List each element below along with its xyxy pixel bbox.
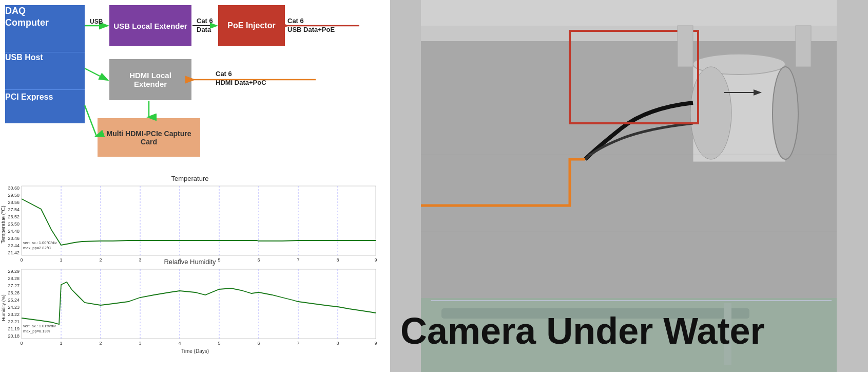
svg-text:26.52: 26.52 [8,214,20,219]
poe-injector-block: PoE Injector [218,5,285,46]
svg-rect-25 [22,186,376,255]
svg-text:0: 0 [20,341,23,346]
svg-rect-96 [796,26,811,67]
svg-rect-82 [837,0,868,372]
charts-area: Temperature 30.60 29.58 28.56 27.54 26.5… [0,175,390,372]
svg-point-90 [690,67,731,159]
svg-text:24.23: 24.23 [8,305,20,310]
svg-text:20.18: 20.18 [8,333,20,339]
svg-text:Cat 6: Cat 6 [216,70,232,78]
svg-point-89 [773,67,798,159]
svg-text:25.24: 25.24 [8,297,20,303]
svg-text:USB: USB [90,18,103,25]
capture-card-label: Multi HDMI-PCIe Capture Card [100,129,198,146]
svg-text:Cat 6: Cat 6 [287,17,304,25]
svg-text:HDMI Data+PoC: HDMI Data+PoC [216,79,266,86]
temp-chart-title: Temperature [0,175,380,182]
svg-text:6: 6 [257,341,260,346]
daq-computer-label: DAQ Computer [5,5,49,29]
svg-text:21.42: 21.42 [8,250,20,255]
svg-rect-85 [421,26,837,41]
hdmi-local-extender-label: HDMI Local Extender [112,71,189,88]
svg-text:2: 2 [99,341,102,346]
svg-text:21.19: 21.19 [8,326,20,331]
temp-chart-svg: 30.60 29.58 28.56 27.54 26.52 25.50 24.4… [0,183,380,263]
svg-text:9: 9 [374,341,377,346]
pci-express-label: PCI Express [5,92,53,102]
svg-text:Time (Days): Time (Days) [181,348,209,354]
svg-text:vert. ax.: 1.00°C/div: vert. ax.: 1.00°C/div [23,240,57,245]
svg-text:26.26: 26.26 [8,290,20,295]
svg-text:27.54: 27.54 [8,207,20,212]
svg-text:24.48: 24.48 [8,229,20,234]
svg-text:Data: Data [197,26,211,33]
svg-text:7: 7 [297,341,299,346]
humidity-chart-title: Relative Humidity [0,258,380,266]
svg-text:22.21: 22.21 [8,319,20,324]
svg-text:25.50: 25.50 [8,221,20,227]
svg-text:29.58: 29.58 [8,193,20,198]
capture-card-block: Multi HDMI-PCIe Capture Card [98,118,200,157]
svg-rect-80 [390,0,868,26]
svg-text:28.56: 28.56 [8,200,20,205]
humidity-chart-svg: 29.29 28.28 27.27 26.26 25.24 24.23 23.2… [0,267,380,359]
usb-host-label: USB Host [5,52,43,63]
svg-text:max_pp=2.82°C: max_pp=2.82°C [23,246,51,250]
photo-panel: Camera Under Water [390,0,868,372]
svg-text:USB Data+PoE: USB Data+PoE [287,26,335,33]
svg-line-3 [85,105,97,136]
usb-local-extender-block: USB Local Extender [109,5,191,46]
svg-text:30.60: 30.60 [8,185,20,191]
svg-line-2 [85,68,107,80]
svg-text:vert. ax.: 1.01%/div: vert. ax.: 1.01%/div [23,324,56,328]
svg-text:23.22: 23.22 [8,312,20,317]
svg-text:8: 8 [336,341,339,346]
svg-text:Humidity (%): Humidity (%) [1,294,6,321]
svg-text:Cat 6: Cat 6 [197,17,213,25]
svg-text:3: 3 [139,341,141,346]
temperature-chart: Temperature 30.60 29.58 28.56 27.54 26.5… [0,175,380,263]
hdmi-local-extender-block: HDMI Local Extender [109,59,191,100]
left-panel: DAQ Computer USB Host PCI Express USB Lo… [0,0,390,372]
svg-rect-95 [678,26,693,67]
svg-text:23.46: 23.46 [8,236,20,241]
humidity-chart: Relative Humidity 29.29 28.28 27.27 26.2… [0,258,380,359]
camera-under-water-label: Camera Under Water [400,311,765,351]
camera-under-water-text: Camera Under Water [400,310,765,351]
svg-text:29.29: 29.29 [8,269,20,274]
svg-text:27.27: 27.27 [8,283,20,288]
svg-text:5: 5 [218,341,220,346]
svg-text:1: 1 [60,341,62,346]
svg-text:22.44: 22.44 [8,243,20,248]
usb-local-extender-label: USB Local Extender [113,22,187,30]
svg-text:Temperatue (°C): Temperatue (°C) [1,206,6,243]
svg-text:4: 4 [178,341,181,346]
poe-injector-label: PoE Injector [227,21,275,30]
divider-2 [5,89,85,90]
svg-rect-57 [22,269,376,339]
svg-text:max_pp=8.13%: max_pp=8.13% [23,329,50,333]
svg-text:28.28: 28.28 [8,276,20,281]
